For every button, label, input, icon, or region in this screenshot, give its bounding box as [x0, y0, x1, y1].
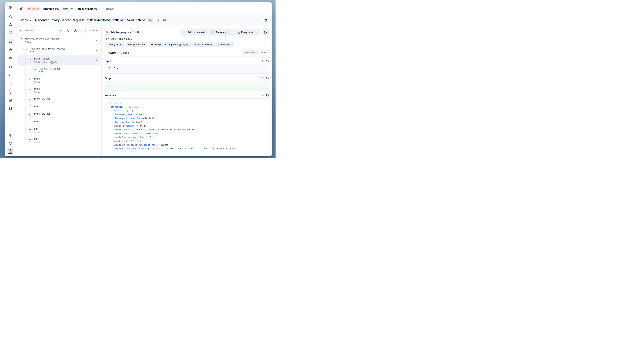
support-icon — [9, 142, 12, 145]
sidebar-item-prompts[interactable] — [7, 64, 14, 70]
tree-row-label: proxy_pre_call — [34, 112, 50, 116]
comments-button[interactable] — [262, 29, 269, 36]
desktop: PROD-EU langfuse-dev Team / docs-example… — [0, 0, 276, 158]
sidebar-item-support[interactable] — [7, 140, 14, 146]
sidebar-item-playground[interactable] — [7, 72, 14, 78]
tree-row-router[interactable]: ↔router5.26s — [18, 76, 100, 86]
span-icon: ↔ — [33, 67, 37, 72]
insights-icon — [9, 90, 12, 94]
tree-search[interactable] — [20, 29, 56, 32]
sidebar-item-settings[interactable] — [7, 132, 14, 138]
tree-row-router[interactable]: ↔router — [18, 118, 100, 126]
copy-icon[interactable] — [266, 94, 269, 97]
trace-title: Received Proxy Server Request: b3010b422… — [35, 18, 145, 22]
expand-chevron-icon[interactable] — [95, 49, 98, 52]
timeline-label: Timeline — [89, 29, 98, 32]
sidebar-item-sessions[interactable] — [7, 46, 14, 53]
tree-row-proxy-pre-call[interactable]: ↔proxy_pre_call — [18, 96, 100, 103]
plus-circle-icon[interactable] — [210, 43, 213, 46]
copy-icon[interactable] — [266, 60, 269, 62]
sidebar-item-insights[interactable] — [7, 89, 14, 96]
tree-row-router[interactable]: ↔router5.26s — [18, 86, 100, 96]
timeline-toggle[interactable] — [81, 28, 87, 32]
trace-icon — [19, 37, 23, 42]
json-item-count: 20 Items — [129, 106, 139, 108]
trace-tree-panel: Timeline Received Proxy Server Request5.… — [16, 25, 102, 156]
tree-row-litellm-request[interactable]: ❋litellm_request5.25s38 → 2 (∑ 40) — [18, 56, 100, 66]
search-input[interactable] — [25, 29, 44, 32]
breadcrumb-project-dropdown[interactable]: docs-examples — [78, 7, 101, 10]
tree-row-label: Received Proxy Server Request — [30, 47, 65, 50]
observation-actions: Add to datasets Annotate — [181, 29, 269, 36]
public-globe-icon[interactable] — [162, 18, 167, 23]
sidebar-item-traces[interactable] — [7, 38, 14, 45]
tree-row-received-proxy-server-request[interactable]: Received Proxy Server Request5.26s — [18, 36, 100, 46]
sidebar-item-evaluation[interactable] — [7, 81, 14, 88]
collapse-all-icon[interactable] — [59, 28, 63, 33]
observation-badge: Latency: 5.25s — [105, 42, 124, 47]
favorite-star-button[interactable] — [155, 18, 160, 23]
users-icon — [9, 56, 12, 60]
metadata-title: Metadata — [105, 94, 116, 97]
sidebar-item-home[interactable] — [7, 21, 14, 28]
playground-button[interactable]: >_ Playground — [235, 29, 260, 36]
breadcrumb-org-dropdown[interactable]: Team — [61, 7, 73, 10]
trace-delete-button[interactable] — [262, 17, 269, 24]
annotate-button[interactable]: Annotate — [209, 29, 229, 36]
span-icon: ↔ — [28, 97, 33, 102]
json-line: { 3 Items ⌄ — [107, 101, 266, 105]
trace-type-label: Trace — [25, 19, 31, 22]
breadcrumb-section[interactable]: Traces — [106, 7, 114, 10]
sidebar-item-users[interactable] — [7, 54, 14, 61]
generation-icon: ❋ — [28, 57, 33, 62]
collapse-section-icon[interactable] — [262, 94, 264, 97]
tags-button[interactable] — [147, 18, 153, 23]
json-line: llm.model_name: "llama3" — [107, 113, 266, 116]
json-line: llm.request.type: "acompletion" — [107, 116, 266, 120]
sidebar-item-datasets[interactable] — [7, 105, 14, 112]
tree-settings-icon[interactable] — [66, 28, 71, 33]
toggle-knob — [81, 29, 84, 32]
download-icon[interactable] — [73, 28, 78, 33]
breadcrumb-separator: / — [75, 7, 76, 11]
expand-chevron-icon[interactable] — [95, 59, 98, 62]
tree-row-self[interactable]: ↔self5.23s — [18, 126, 100, 136]
span-icon: ↔ — [28, 77, 33, 82]
tree-row-router[interactable]: ↔router — [18, 103, 100, 110]
json-line: attributes: { 20 Items ⌄ — [107, 105, 266, 109]
chevron-down-icon — [71, 8, 73, 10]
breadcrumb-org[interactable]: langfuse-dev — [43, 7, 59, 10]
json-collapse-chevron-icon[interactable]: ⌄ — [119, 102, 121, 104]
copy-id-button[interactable]: ID — [133, 31, 139, 33]
search-icon — [9, 15, 12, 18]
rail-group — [7, 81, 14, 112]
sidebar-item-annotations[interactable] — [7, 97, 14, 104]
tree-row-received-proxy-server-request[interactable]: ↔Received Proxy Server Request5.26s — [18, 46, 100, 56]
collapse-section-icon[interactable] — [262, 60, 264, 62]
trace-title-bar: Trace Received Proxy Server Request: b30… — [16, 15, 272, 25]
add-to-datasets-button[interactable]: Add to datasets — [181, 29, 208, 36]
json-line: llm.provider: "ollama" — [107, 120, 266, 124]
star-icon — [156, 18, 159, 22]
chevron-down-icon — [256, 31, 258, 33]
tree-row-proxy-pre-call[interactable]: ↔proxy_pre_call — [18, 110, 100, 118]
tab-preview[interactable]: Preview — [104, 50, 119, 56]
copy-icon[interactable] — [266, 77, 269, 80]
sidebar-item-dashboard[interactable] — [7, 29, 14, 36]
collapse-section-icon[interactable] — [262, 77, 264, 80]
tree-row-label: self — [34, 127, 40, 130]
expand-chevron-icon[interactable] — [95, 39, 98, 42]
json-collapse-chevron-icon[interactable]: ⌄ — [139, 106, 141, 108]
tree-row-raw-gen-ai-request[interactable]: ↔raw_gen_ai_request5.25s — [18, 66, 100, 76]
toggle-sidebar-icon[interactable] — [19, 6, 25, 12]
sidebar-item-search[interactable] — [7, 13, 14, 20]
view-formatted[interactable]: Formatted — [243, 50, 258, 54]
annotate-dropdown-chevron[interactable] — [229, 29, 234, 36]
user-avatar[interactable] — [7, 148, 14, 154]
info-icon[interactable] — [186, 43, 188, 46]
view-json[interactable]: JSON — [258, 50, 268, 55]
tree-row-self[interactable]: ↔self5.23s — [18, 136, 100, 146]
metadata-section-header: Metadata — [105, 94, 269, 97]
tab-scores[interactable]: Scores — [119, 50, 131, 56]
annotate-split-button: Annotate — [209, 29, 234, 36]
